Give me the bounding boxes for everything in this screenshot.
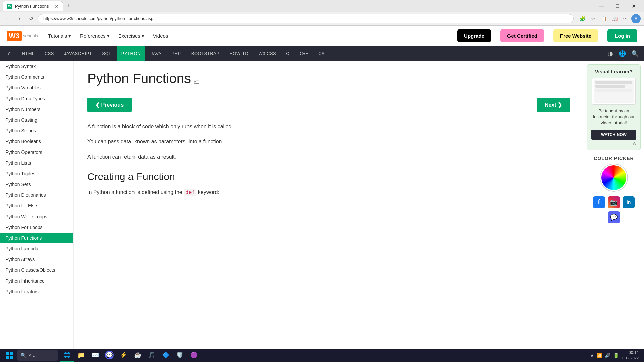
taskbar-app-vscode[interactable]: ⚡	[117, 349, 130, 362]
collections-button[interactable]: 📋	[599, 14, 608, 23]
paragraph-3: A function can return data as a result.	[87, 152, 570, 161]
nav-cpp[interactable]: C++	[295, 46, 313, 61]
sidebar-item-datatypes[interactable]: Python Data Types	[0, 93, 73, 104]
tray-network[interactable]: 📶	[596, 352, 603, 359]
sidebar-item-booleans[interactable]: Python Booleans	[0, 136, 73, 147]
nav-javascript[interactable]: JAVASCRIPT	[59, 46, 97, 61]
nav-tutorials[interactable]: Tutorials ▾	[45, 31, 74, 41]
linkedin-icon[interactable]: in	[623, 196, 635, 208]
nav-css[interactable]: CSS	[40, 46, 59, 61]
sidebar-item-strings[interactable]: Python Strings	[0, 125, 73, 136]
sidebar-item-functions[interactable]: Python Functions	[0, 233, 73, 243]
taskbar-app-spotify[interactable]: 🎵	[145, 349, 158, 362]
nav-home[interactable]: ⌂	[3, 46, 16, 61]
favorites-button[interactable]: ☆	[588, 14, 598, 23]
w3-logo[interactable]: W3 schools	[7, 31, 38, 41]
login-button[interactable]: Log in	[607, 29, 637, 42]
upgrade-button[interactable]: Upgrade	[457, 29, 491, 42]
exercises-chevron: ▾	[142, 33, 144, 39]
instagram-icon[interactable]: 📷	[608, 196, 620, 208]
settings-button[interactable]: ⋯	[621, 14, 630, 23]
ad-description: Be taught by an instructor through our v…	[591, 108, 636, 126]
theme-toggle-icon[interactable]: ◑	[606, 48, 615, 59]
nav-videos[interactable]: Videos	[150, 31, 172, 41]
nav-php[interactable]: PHP	[167, 46, 186, 61]
read-view-button[interactable]: 📖	[610, 14, 619, 23]
sidebar-item-variables[interactable]: Python Variables	[0, 82, 73, 93]
color-wheel[interactable]	[600, 164, 627, 191]
discord-icon[interactable]: 💬	[608, 211, 620, 223]
free-website-button[interactable]: Free Website	[553, 29, 598, 42]
tray-battery[interactable]: 🔋	[612, 352, 620, 359]
taskbar-clock[interactable]: 00:14 6.12.2022	[622, 350, 639, 360]
refresh-button[interactable]: ↺	[26, 14, 36, 23]
nav-howto[interactable]: HOW TO	[225, 46, 253, 61]
taskbar-app-java[interactable]: ☕	[131, 349, 144, 362]
maximize-button[interactable]: □	[610, 1, 625, 11]
start-button[interactable]	[3, 350, 16, 361]
sidebar-item-tuples[interactable]: Python Tuples	[0, 168, 73, 179]
active-tab[interactable]: W Python Functions ✕	[3, 1, 63, 11]
sidebar-item-forloops[interactable]: Python For Loops	[0, 222, 73, 233]
taskbar-app-4[interactable]: 🟣	[187, 349, 201, 362]
tray-icons: ∧ 📶 🔊 🔋	[590, 352, 620, 359]
get-certified-button[interactable]: Get Certified	[500, 29, 544, 42]
taskbar-app-browser[interactable]: 🌐	[60, 349, 74, 362]
section-paragraph: In Python a function is defined using th…	[87, 188, 570, 197]
nav-c[interactable]: C	[281, 46, 294, 61]
sidebar-item-ifelse[interactable]: Python If...Else	[0, 200, 73, 211]
watch-now-button[interactable]: WATCH NOW	[591, 130, 636, 140]
profile-button[interactable]: A	[631, 14, 641, 23]
taskbar-app-3[interactable]: 🛡️	[173, 349, 186, 362]
sidebar-item-classes[interactable]: Python Classes/Objects	[0, 265, 73, 276]
w3-navbar: W3 schools Tutorials ▾ References ▾ Exer…	[0, 26, 644, 46]
nav-exercises[interactable]: Exercises ▾	[115, 31, 148, 41]
sidebar-item-numbers[interactable]: Python Numbers	[0, 104, 73, 115]
taskbar-app-discord[interactable]: 💬	[103, 349, 116, 362]
sidebar-item-lambda[interactable]: Python Lambda	[0, 243, 73, 254]
close-button[interactable]: ✕	[626, 1, 641, 11]
sidebar-item-sets[interactable]: Python Sets	[0, 179, 73, 190]
nav-java[interactable]: JAVA	[146, 46, 166, 61]
tray-show-hidden[interactable]: ∧	[590, 352, 594, 359]
address-input[interactable]	[38, 14, 574, 23]
nav-csharp[interactable]: C#	[314, 46, 329, 61]
sidebar-item-arrays[interactable]: Python Arrays	[0, 254, 73, 265]
nav-w3css[interactable]: W3.CSS	[254, 46, 281, 61]
nav-python[interactable]: PYTHON	[117, 46, 145, 61]
sidebar-item-comments[interactable]: Python Comments	[0, 72, 73, 82]
sidebar-item-dictionaries[interactable]: Python Dictionaries	[0, 190, 73, 200]
tag-icon[interactable]: 🏷	[194, 79, 200, 86]
back-button[interactable]: ‹	[3, 14, 13, 23]
taskbar-app-edge[interactable]: 🔷	[159, 349, 172, 362]
next-button[interactable]: Next ❯	[537, 98, 570, 112]
facebook-icon[interactable]: f	[593, 196, 605, 208]
social-icons: f 📷 in 💬	[587, 196, 641, 223]
extensions-button[interactable]: 🧩	[578, 14, 587, 23]
tab-close-button[interactable]: ✕	[55, 4, 59, 9]
nav-html[interactable]: HTML	[17, 46, 39, 61]
sidebar-item-iterators[interactable]: Python Iterators	[0, 286, 73, 297]
new-tab-button[interactable]: +	[64, 3, 73, 10]
tutorials-chevron: ▾	[68, 33, 71, 39]
minimize-button[interactable]: —	[594, 1, 609, 11]
sidebar-item-lists[interactable]: Python Lists	[0, 158, 73, 168]
sidebar-item-inheritance[interactable]: Python Inheritance	[0, 276, 73, 286]
nav-bootstrap[interactable]: BOOTSTRAP	[186, 46, 224, 61]
nav-sql[interactable]: SQL	[97, 46, 116, 61]
sidebar-item-casting[interactable]: Python Casting	[0, 115, 73, 125]
tray-volume[interactable]: 🔊	[604, 352, 611, 359]
globe-icon[interactable]: 🌐	[616, 48, 628, 59]
search-icon[interactable]: 🔍	[629, 48, 641, 59]
forward-button[interactable]: ›	[15, 14, 24, 23]
taskbar-app-mail[interactable]: ✉️	[89, 349, 102, 362]
previous-button[interactable]: ❮ Previous	[87, 98, 132, 112]
sidebar-item-operators[interactable]: Python Operators	[0, 147, 73, 158]
sidebar-item-syntax[interactable]: Python Syntax	[0, 61, 73, 72]
taskbar-search[interactable]: 🔍 Ara	[17, 350, 58, 361]
taskbar-app-files[interactable]: 📁	[74, 349, 88, 362]
taskbar-apps: 🌐 📁 ✉️ 💬 ⚡ ☕ 🎵 🔷 🛡️ 🟣	[60, 349, 201, 362]
sidebar-item-whileloops[interactable]: Python While Loops	[0, 211, 73, 222]
nav-references[interactable]: References ▾	[76, 31, 113, 41]
page-title: Python Functions	[87, 71, 191, 86]
